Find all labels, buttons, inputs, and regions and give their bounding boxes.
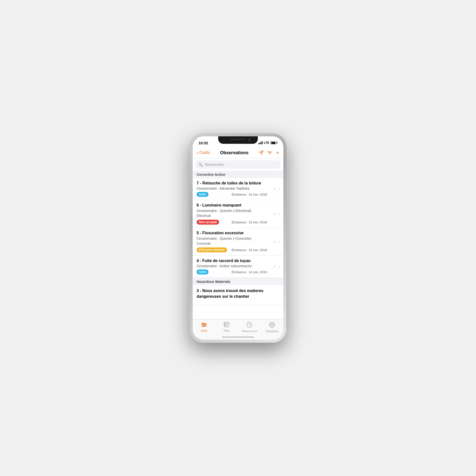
svg-point-6 [270, 152, 271, 153]
volume-up-button [189, 171, 190, 182]
search-icon: 🔍 [199, 163, 203, 167]
tab-plans-label: Plans [224, 329, 230, 332]
status-badge: Prêt pour révision [197, 247, 227, 252]
silent-switch [189, 158, 190, 166]
tab-outils[interactable]: Outils [195, 322, 213, 332]
item-actions: ✓ › [273, 186, 280, 192]
item-assignee: Cessionnaire : Quentin (+Electrical)Elec… [197, 208, 279, 218]
item-footer: Initié Échéance : 15 nov. 2019 [197, 192, 279, 197]
status-badge: Initié [197, 269, 208, 274]
assignee-label: Cessionnaire : [197, 264, 220, 268]
volume-down-button [189, 185, 190, 197]
item-footer: Prêt pour révision Échéance : 15 nov. 20… [197, 247, 279, 252]
chevron-right-icon: › [279, 239, 280, 244]
assignee-name: Amber subcontractor [220, 264, 252, 268]
send-icon[interactable] [259, 150, 264, 155]
assignee-label: Cessionnaire : [197, 209, 220, 213]
item-assignee: Cessionnaire : Quentin (+Concrete)Concre… [197, 236, 279, 246]
check-icon: ✓ [273, 264, 276, 269]
item-title: 7 - Retouche de tuiles de la toiture [197, 181, 279, 185]
signal-icon [258, 141, 263, 144]
svg-rect-7 [202, 323, 207, 324]
item-actions: ✓ › [273, 264, 280, 269]
item-footer: Non accepté Échéance : 15 nov. 2019 [197, 220, 279, 225]
list-item[interactable]: 5 - Fissuration excessive Cessionnaire :… [193, 228, 283, 256]
plans-icon [224, 322, 230, 329]
list-container[interactable]: Corrective Action 7 - Retouche de tuiles… [193, 171, 283, 319]
tab-outils-label: Outils [201, 329, 207, 332]
app-content: ‹ Outils Observations [193, 147, 283, 340]
filter-icon[interactable] [267, 150, 272, 155]
tab-parametres-label: Paramètres [266, 330, 278, 333]
item-actions: ✓ › [273, 239, 280, 244]
camera [248, 139, 251, 142]
nav-actions: + [259, 150, 279, 156]
section-header-hazardous: Hazardous Materials [193, 278, 283, 285]
assignee-name: Alexandre Teplitxky [220, 186, 249, 190]
item-assignee: Cessionnaire : Alexandre Teplitxky [197, 186, 279, 190]
nav-title: Observations [220, 150, 249, 155]
section-header-corrective: Corrective Action [193, 171, 283, 178]
item-due: Échéance : 15 nov. 2019 [232, 248, 267, 252]
search-input-wrapper[interactable]: 🔍 Rechercher [196, 160, 280, 169]
outils-icon [201, 322, 207, 329]
item-title: 4 - Fuite de raccord de tuyau [197, 259, 279, 263]
status-badge: Non accepté [197, 220, 219, 225]
chevron-right-icon: › [279, 264, 280, 269]
svg-rect-10 [203, 323, 204, 324]
tab-plans[interactable]: Plans [218, 322, 235, 332]
search-placeholder: Rechercher [205, 162, 224, 167]
chevron-right-icon: › [279, 186, 280, 192]
tableau-icon [246, 322, 252, 329]
status-time: 10:52 [199, 139, 208, 145]
item-title: 5 - Fissuration excessive [197, 231, 279, 235]
back-button[interactable]: ‹ Outils [197, 150, 210, 155]
back-chevron-icon: ‹ [197, 150, 198, 155]
item-actions: ✓ › [273, 211, 280, 217]
list-item[interactable]: 4 - Fuite de raccord de tuyau Cessionnai… [193, 256, 283, 278]
status-icons: LTE [258, 139, 277, 145]
phone-screen: 10:52 LTE [193, 136, 283, 340]
check-icon: ✓ [273, 239, 276, 244]
lte-label: LTE [264, 141, 269, 145]
item-due: Échéance : 15 nov. 2019 [232, 193, 267, 196]
list-item[interactable]: 7 - Retouche de tuiles de la toiture Ces… [193, 178, 283, 200]
item-footer: Initié Échéance : 14 nov. 2019 [197, 269, 279, 274]
item-due: Échéance : 15 nov. 2019 [232, 220, 267, 224]
list-item[interactable]: 6 - Luminaire manquant Cessionnaire : Qu… [193, 200, 283, 228]
tab-tableau-label: Tableau de bord [241, 330, 257, 332]
item-title: 3 - Nous avons trouvé des matieres dange… [197, 288, 279, 299]
add-button[interactable]: + [276, 150, 279, 156]
battery-icon [270, 141, 277, 144]
home-indicator [222, 336, 254, 338]
back-label: Outils [199, 150, 210, 155]
check-icon: ✓ [273, 211, 276, 217]
list-item[interactable]: 3 - Nous avons trouvé des matieres dange… [193, 285, 283, 305]
chevron-right-icon: › [279, 211, 280, 216]
svg-point-5 [268, 151, 269, 152]
assignee-label: Cessionnaire : [197, 237, 220, 240]
svg-rect-17 [224, 323, 225, 326]
svg-rect-12 [203, 326, 204, 327]
nav-bar: ‹ Outils Observations [193, 147, 283, 158]
tab-parametres[interactable]: Paramètres [263, 322, 281, 333]
spacer [193, 305, 283, 319]
assignee-label: Cessionnaire : [197, 186, 220, 190]
svg-rect-8 [202, 325, 207, 325]
svg-point-19 [271, 324, 273, 326]
power-button [286, 178, 287, 195]
notch [218, 136, 258, 144]
search-bar: 🔍 Rechercher [193, 158, 283, 171]
parametres-icon [269, 322, 275, 329]
speaker [231, 139, 245, 140]
item-due: Échéance : 14 nov. 2019 [232, 270, 267, 274]
status-badge: Initié [197, 192, 208, 197]
check-icon: ✓ [273, 186, 276, 192]
phone-frame: 10:52 LTE [190, 133, 286, 343]
svg-rect-11 [205, 324, 206, 325]
item-title: 6 - Luminaire manquant [197, 203, 279, 208]
item-assignee: Cessionnaire : Amber subcontractor [197, 264, 279, 268]
tab-tableau[interactable]: Tableau de bord [241, 322, 258, 332]
